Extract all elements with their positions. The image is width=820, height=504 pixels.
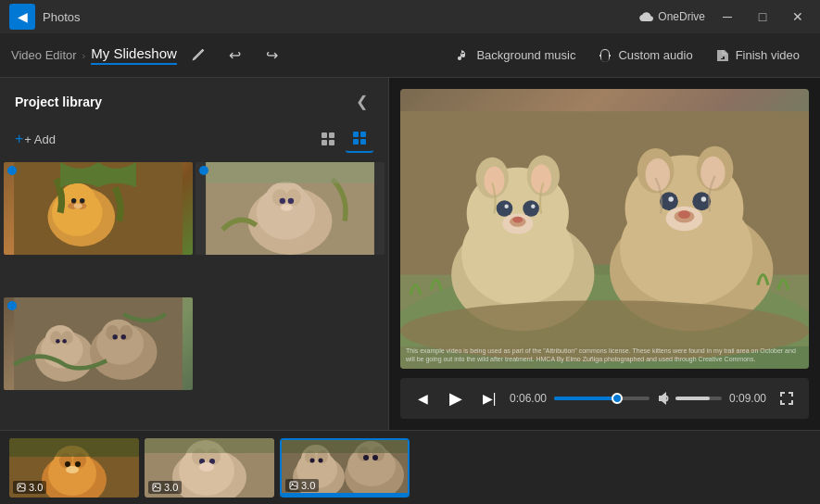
image-icon xyxy=(152,483,161,492)
library-toolbar: + + Add xyxy=(0,121,388,162)
svg-rect-97 xyxy=(145,438,274,453)
music-icon xyxy=(456,48,471,63)
timeline-bar: 3.0 3.0 xyxy=(0,430,820,504)
custom-audio-button[interactable]: Custom audio xyxy=(588,40,701,71)
svg-rect-115 xyxy=(282,440,410,453)
svg-point-83 xyxy=(75,461,81,467)
current-time: 0:06.00 xyxy=(510,392,547,405)
breadcrumb-root[interactable]: Video Editor xyxy=(11,48,77,62)
custom-audio-label: Custom audio xyxy=(618,48,692,62)
undo-button[interactable]: ↩ xyxy=(220,40,251,71)
redo-icon: ↪ xyxy=(266,46,278,64)
add-label: + Add xyxy=(24,132,56,146)
svg-rect-7 xyxy=(360,139,366,145)
svg-point-23 xyxy=(272,189,287,206)
volume-area xyxy=(657,391,722,406)
progress-track[interactable] xyxy=(554,397,650,400)
title-bar-left: ◀ Photos xyxy=(9,4,80,30)
rewind-button[interactable]: ◀ xyxy=(410,385,435,411)
svg-point-24 xyxy=(285,189,300,206)
close-button[interactable]: ✕ xyxy=(785,4,811,30)
timeline-clip[interactable]: 3.0 xyxy=(145,438,274,498)
custom-audio-icon xyxy=(598,48,612,63)
edit-title-button[interactable] xyxy=(183,40,214,71)
svg-point-71 xyxy=(701,196,707,202)
toolbar-right: Background music Custom audio Finish vid… xyxy=(447,40,809,71)
play-button[interactable]: ▶ xyxy=(443,385,469,411)
preview-video: This example video is being used as part… xyxy=(400,89,809,369)
volume-track[interactable] xyxy=(675,397,722,400)
svg-rect-6 xyxy=(353,139,359,145)
svg-point-74 xyxy=(678,210,690,219)
breadcrumb-active: My Slideshow xyxy=(91,45,177,65)
cloud-icon xyxy=(638,11,653,22)
right-panel: This example video is being used as part… xyxy=(389,78,820,430)
svg-point-60 xyxy=(512,217,523,223)
fullscreen-icon xyxy=(779,391,794,406)
playback-bar: ◀ ▶ ▶| 0:06.00 0:09.00 xyxy=(400,378,809,419)
svg-rect-3 xyxy=(329,140,334,145)
svg-point-27 xyxy=(281,204,293,210)
onedrive-area: OneDrive xyxy=(638,10,705,23)
title-bar: ◀ Photos OneDrive ─ □ ✕ xyxy=(0,0,820,33)
add-media-button[interactable]: + + Add xyxy=(15,131,56,147)
svg-point-82 xyxy=(65,461,70,467)
svg-point-56 xyxy=(523,200,539,217)
left-panel: Project library ❮ + + Add xyxy=(0,78,389,430)
svg-point-16 xyxy=(71,198,76,203)
preview-container: This example video is being used as part… xyxy=(400,89,809,369)
undo-icon: ↩ xyxy=(229,46,241,64)
svg-rect-4 xyxy=(353,132,359,137)
svg-point-55 xyxy=(504,205,508,208)
timeline-clip[interactable]: 3.0 xyxy=(9,438,139,498)
minimize-button[interactable]: ─ xyxy=(714,4,740,30)
svg-rect-0 xyxy=(322,132,327,138)
timeline-clip-active[interactable]: 3.0 xyxy=(280,438,410,498)
progress-fill xyxy=(554,397,617,400)
media-thumb[interactable] xyxy=(196,162,385,255)
breadcrumb-sep: › xyxy=(82,50,86,61)
timeline-progress-bar xyxy=(282,493,408,496)
skip-forward-button[interactable]: ▶| xyxy=(476,385,502,411)
media-thumb[interactable] xyxy=(4,162,193,255)
svg-rect-85 xyxy=(9,438,139,457)
fullscreen-button[interactable] xyxy=(774,385,800,411)
redo-button[interactable]: ↪ xyxy=(257,40,288,71)
progress-thumb[interactable] xyxy=(612,393,623,404)
svg-point-57 xyxy=(531,205,535,208)
svg-point-84 xyxy=(66,466,79,473)
svg-rect-28 xyxy=(206,162,374,183)
finish-video-button[interactable]: Finish video xyxy=(706,40,809,71)
svg-point-113 xyxy=(363,455,369,460)
finish-video-label: Finish video xyxy=(736,48,800,62)
back-button[interactable]: ◀ xyxy=(9,4,35,30)
volume-fill xyxy=(675,397,711,400)
export-icon xyxy=(715,48,730,63)
collapse-panel-button[interactable]: ❮ xyxy=(350,91,373,112)
selection-dot xyxy=(199,166,208,175)
svg-point-114 xyxy=(372,455,378,460)
svg-point-35 xyxy=(56,339,60,344)
media-thumb[interactable] xyxy=(4,297,193,390)
maximize-button[interactable]: □ xyxy=(750,4,776,30)
back-icon: ◀ xyxy=(18,9,28,24)
view-toggle xyxy=(314,125,373,153)
clip-label: 3.0 xyxy=(285,479,319,492)
svg-rect-1 xyxy=(329,132,334,138)
clip-duration: 3.0 xyxy=(29,482,43,493)
svg-point-33 xyxy=(50,331,62,345)
list-view-button[interactable] xyxy=(346,125,373,153)
image-icon xyxy=(17,483,26,492)
volume-icon xyxy=(657,391,672,406)
clip-duration: 3.0 xyxy=(164,482,178,493)
background-music-label: Background music xyxy=(476,48,575,62)
svg-point-36 xyxy=(62,339,67,344)
svg-point-43 xyxy=(121,334,126,339)
app-title: Photos xyxy=(43,10,80,24)
svg-point-96 xyxy=(199,462,214,472)
breadcrumb: Video Editor › My Slideshow ↩ ↪ xyxy=(11,40,441,71)
preview-caption: This example video is being used as part… xyxy=(406,346,803,363)
main-area: Project library ❮ + + Add xyxy=(0,78,820,430)
background-music-button[interactable]: Background music xyxy=(447,40,585,71)
grid-view-button[interactable] xyxy=(314,125,342,153)
